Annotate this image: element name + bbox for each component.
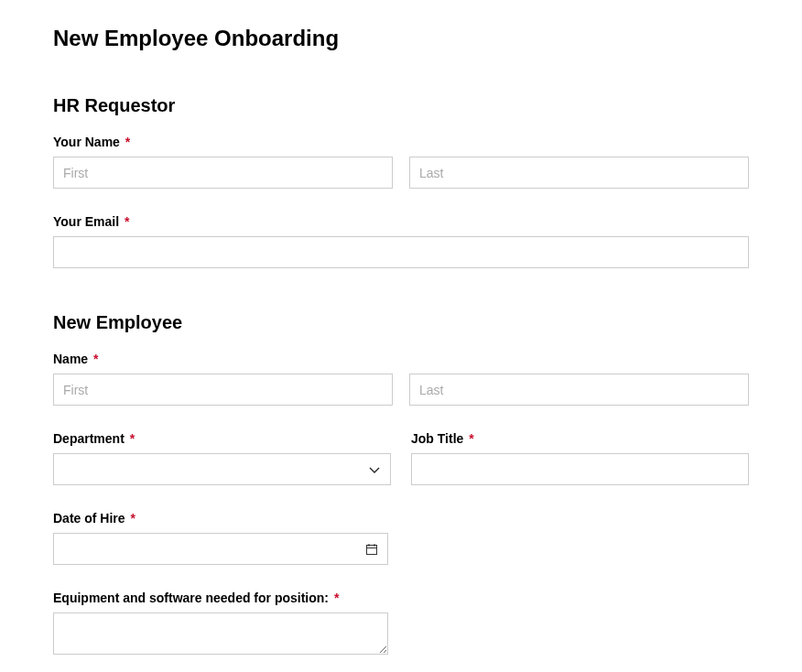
- employee-name-last-input[interactable]: [409, 374, 749, 406]
- employee-name-first-input[interactable]: [53, 374, 393, 406]
- label-department: Department *: [53, 431, 391, 446]
- field-your-email: Your Email *: [53, 214, 749, 268]
- label-job-title: Job Title *: [411, 431, 749, 446]
- label-your-email: Your Email *: [53, 214, 749, 229]
- field-equipment: Equipment and software needed for positi…: [53, 591, 749, 658]
- required-mark: *: [130, 511, 135, 526]
- required-mark: *: [469, 431, 473, 446]
- required-mark: *: [125, 214, 129, 229]
- field-date-of-hire: Date of Hire *: [53, 511, 749, 565]
- equipment-textarea[interactable]: [53, 612, 388, 655]
- label-your-name: Your Name *: [53, 135, 749, 149]
- required-mark: *: [334, 591, 339, 605]
- department-select[interactable]: [53, 453, 391, 485]
- label-text: Date of Hire: [53, 511, 125, 526]
- field-department-jobtitle: Department * Job Title *: [53, 431, 749, 485]
- label-text: Department: [53, 431, 125, 446]
- chevron-down-icon: [368, 463, 381, 476]
- svg-rect-0: [367, 545, 377, 554]
- label-text: Name: [53, 352, 88, 366]
- required-mark: *: [125, 135, 130, 149]
- required-mark: *: [93, 352, 98, 366]
- label-text: Your Email: [53, 214, 119, 229]
- your-email-input[interactable]: [53, 236, 749, 268]
- date-of-hire-input[interactable]: [53, 533, 388, 565]
- label-date-of-hire: Date of Hire *: [53, 511, 749, 526]
- job-title-input[interactable]: [411, 453, 749, 485]
- new-employee-section: New Employee Name * Department *: [53, 312, 749, 658]
- page-title: New Employee Onboarding: [53, 26, 749, 51]
- field-your-name: Your Name *: [53, 135, 749, 189]
- label-text: Equipment and software needed for positi…: [53, 591, 329, 605]
- label-equipment: Equipment and software needed for positi…: [53, 591, 749, 605]
- your-name-last-input[interactable]: [409, 157, 749, 189]
- calendar-icon: [365, 543, 378, 556]
- label-employee-name: Name *: [53, 352, 749, 366]
- section-title-new-employee: New Employee: [53, 312, 749, 333]
- field-employee-name: Name *: [53, 352, 749, 406]
- hr-requestor-section: HR Requestor Your Name * Your Email *: [53, 95, 749, 268]
- your-name-first-input[interactable]: [53, 157, 393, 189]
- required-mark: *: [130, 431, 135, 446]
- section-title-hr-requestor: HR Requestor: [53, 95, 749, 116]
- label-text: Your Name: [53, 135, 120, 149]
- label-text: Job Title: [411, 431, 463, 446]
